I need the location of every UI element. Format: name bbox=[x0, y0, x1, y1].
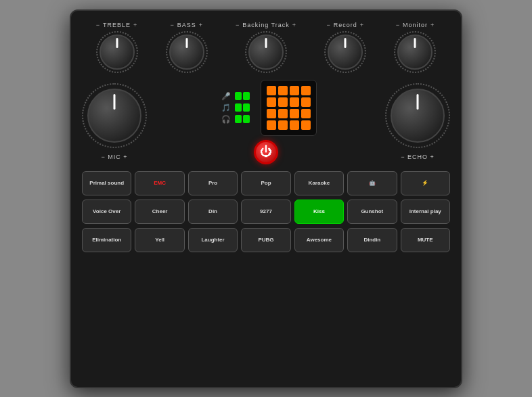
knobs-row: − TREBLE + − BASS + − bbox=[82, 22, 450, 73]
treble-knob-group: − TREBLE + bbox=[96, 22, 138, 73]
bar-1 bbox=[235, 92, 242, 100]
vu-cell bbox=[267, 86, 276, 95]
cheer-button[interactable]: Cheer bbox=[135, 200, 184, 224]
button-row-3: Elimination Yell Laughter PUBG Awesome D… bbox=[82, 228, 450, 252]
music-level-row: 🎵 bbox=[221, 103, 250, 112]
mic-label: − MIC + bbox=[101, 154, 127, 160]
headphone-icon: 🎧 bbox=[221, 115, 231, 124]
treble-label: − TREBLE + bbox=[96, 22, 138, 28]
bass-knob-group: − BASS + bbox=[166, 22, 208, 73]
elimination-button[interactable]: Elimination bbox=[82, 228, 131, 252]
headphone-bars bbox=[235, 115, 250, 123]
vu-row-3 bbox=[267, 109, 311, 118]
vu-row-1 bbox=[267, 86, 311, 95]
bar-4 bbox=[243, 103, 250, 112]
vu-cell bbox=[278, 120, 288, 130]
pop-button[interactable]: Pop bbox=[241, 171, 290, 195]
record-knob[interactable] bbox=[328, 34, 363, 70]
headphone-level-row: 🎧 bbox=[221, 115, 250, 124]
monitor-knob-group: − Monitor + bbox=[394, 22, 436, 73]
vu-cell bbox=[301, 97, 311, 107]
button-row-1: Primal sound EMC Pro Pop Karaoke 🤖 ⚡ bbox=[82, 171, 450, 195]
vu-cell bbox=[290, 109, 299, 118]
bass-label: − BASS + bbox=[171, 22, 204, 28]
vu-row-4 bbox=[267, 120, 311, 130]
record-knob-group: − Record + bbox=[324, 22, 366, 73]
emc-button[interactable]: EMC bbox=[135, 171, 184, 195]
center-block: 🎤 🎵 🎧 bbox=[152, 80, 380, 164]
voice-over-button[interactable]: Voice Over bbox=[82, 200, 131, 224]
vu-meter bbox=[261, 80, 317, 136]
vu-cell bbox=[278, 97, 288, 107]
laughter-button[interactable]: Laughter bbox=[188, 228, 238, 252]
vu-cell bbox=[290, 120, 299, 130]
pubg-button[interactable]: PUBG bbox=[241, 228, 290, 252]
vu-cell bbox=[301, 109, 311, 118]
awesome-button[interactable]: Awesome bbox=[294, 228, 344, 252]
bar-5 bbox=[235, 115, 242, 123]
vu-cell bbox=[267, 120, 276, 130]
echo-knob-group: − ECHO + bbox=[385, 83, 450, 160]
vu-cell bbox=[267, 109, 276, 118]
bass-knob-wrapper bbox=[166, 31, 208, 73]
echo-knob[interactable] bbox=[391, 89, 445, 143]
vu-cell bbox=[290, 97, 299, 107]
power-button[interactable]: ⏻ bbox=[254, 140, 278, 164]
mic-knob-wrapper bbox=[82, 83, 147, 148]
bar-6 bbox=[243, 115, 250, 123]
monitor-knob-wrapper bbox=[394, 31, 436, 73]
vu-row-2 bbox=[267, 97, 311, 107]
mic-knob-group: − MIC + bbox=[82, 83, 147, 160]
monitor-label: − Monitor + bbox=[396, 22, 435, 28]
mic-level-row: 🎤 bbox=[221, 92, 250, 101]
yell-button[interactable]: Yell bbox=[135, 228, 184, 252]
mic-icon: 🎤 bbox=[221, 92, 231, 101]
vu-cell bbox=[278, 109, 288, 118]
gunshot-button[interactable]: Gunshot bbox=[347, 200, 397, 224]
backing-track-knob[interactable] bbox=[248, 34, 284, 70]
music-bars bbox=[235, 103, 250, 112]
dindin-button[interactable]: Dindin bbox=[347, 228, 397, 252]
bass-knob[interactable] bbox=[169, 34, 204, 70]
treble-knob[interactable] bbox=[99, 34, 135, 70]
vu-cell bbox=[267, 97, 276, 107]
record-label: − Record + bbox=[326, 22, 364, 28]
robot-button[interactable]: 🤖 bbox=[347, 171, 397, 195]
echo-knob-wrapper bbox=[385, 83, 450, 148]
treble-knob-wrapper bbox=[96, 31, 138, 73]
buttons-section: Primal sound EMC Pro Pop Karaoke 🤖 ⚡ Voi… bbox=[82, 171, 450, 252]
echo-label: − ECHO + bbox=[401, 154, 435, 160]
lightning-button[interactable]: ⚡ bbox=[401, 171, 450, 195]
music-icon: 🎵 bbox=[221, 103, 231, 112]
mic-bars bbox=[235, 92, 250, 100]
vu-cell bbox=[278, 86, 288, 95]
9277-button[interactable]: 9277 bbox=[241, 200, 290, 224]
mic-knob[interactable] bbox=[87, 89, 141, 143]
sound-card-device: − TREBLE + − BASS + − bbox=[70, 9, 462, 388]
level-indicators: 🎤 🎵 🎧 bbox=[216, 89, 255, 126]
center-top: 🎤 🎵 🎧 bbox=[216, 80, 317, 136]
kiss-button[interactable]: Kiss bbox=[294, 200, 344, 224]
backing-track-label: − Backing Track + bbox=[236, 22, 296, 28]
record-knob-wrapper bbox=[324, 31, 366, 73]
vu-cell bbox=[290, 86, 299, 95]
middle-row: − MIC + 🎤 🎵 bbox=[82, 80, 450, 164]
primal-sound-button[interactable]: Primal sound bbox=[82, 171, 131, 195]
din-button[interactable]: Din bbox=[188, 200, 238, 224]
backing-track-knob-group: − Backing Track + bbox=[236, 22, 296, 73]
power-button-container: ⏻ bbox=[254, 140, 278, 164]
mute-button[interactable]: MUTE bbox=[401, 228, 450, 252]
bar-2 bbox=[243, 92, 250, 100]
monitor-knob[interactable] bbox=[397, 34, 433, 70]
pro-button[interactable]: Pro bbox=[188, 171, 238, 195]
vu-cell bbox=[301, 120, 311, 130]
bar-3 bbox=[235, 103, 242, 112]
vu-cell bbox=[301, 86, 311, 95]
karaoke-button[interactable]: Karaoke bbox=[294, 171, 344, 195]
button-row-2: Voice Over Cheer Din 9277 Kiss Gunshot I… bbox=[82, 200, 450, 224]
internal-play-button[interactable]: Internal play bbox=[401, 200, 450, 224]
backing-track-knob-wrapper bbox=[245, 31, 287, 73]
